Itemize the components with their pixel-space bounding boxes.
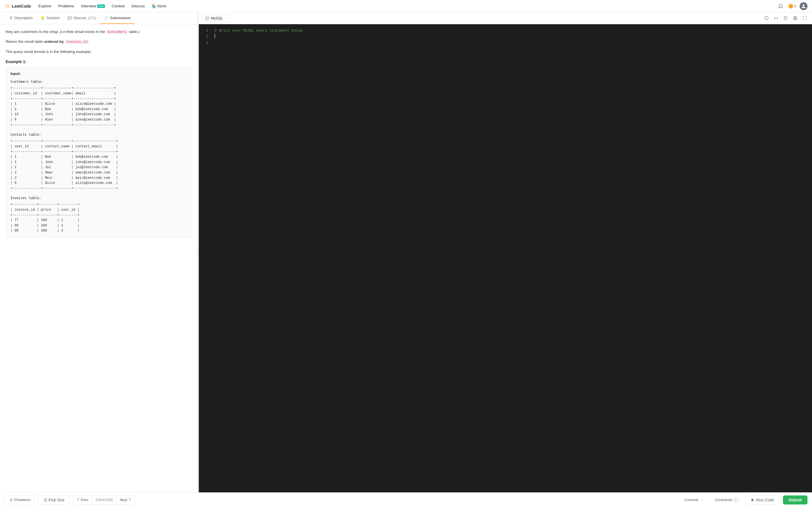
input-label: Input: bbox=[10, 71, 187, 77]
customers-table-section: Customers table: +--------------+-------… bbox=[10, 79, 187, 128]
contribute-info-icon: i bbox=[733, 498, 738, 502]
fullscreen-button[interactable] bbox=[801, 14, 809, 22]
chevron-left-icon bbox=[77, 498, 80, 501]
nav-link-problems[interactable]: Problems bbox=[55, 2, 77, 10]
description-panel: ☰ Description 💡 Solution 💬 Discuss (271)… bbox=[0, 12, 197, 492]
nav-link-discuss[interactable]: Discuss bbox=[129, 2, 147, 10]
submissions-tab-icon: 📄 bbox=[104, 16, 108, 20]
store-icon: 🏪 bbox=[152, 4, 156, 8]
customers-table-label: Customers table: bbox=[10, 79, 187, 84]
settings-button[interactable] bbox=[791, 14, 799, 22]
code-content: # Write your MySQL query statement below bbox=[211, 27, 812, 38]
svg-point-1 bbox=[206, 17, 209, 18]
code-editor[interactable]: 1 2 3 # Write your MySQL query statement… bbox=[199, 24, 812, 492]
console-button[interactable]: Console bbox=[680, 496, 708, 504]
tab-solution[interactable]: 💡 Solution bbox=[37, 12, 64, 24]
play-icon bbox=[751, 498, 755, 502]
logo[interactable]: LeetCode bbox=[4, 3, 31, 9]
top-nav: LeetCode Explore Problems Interview New … bbox=[0, 0, 812, 12]
reset-button[interactable] bbox=[781, 14, 790, 22]
editor-panel: MySQL bbox=[199, 12, 812, 492]
cursor-line bbox=[214, 34, 809, 38]
problem-counter: 1364/2430 bbox=[92, 498, 116, 502]
submit-button[interactable]: Submit bbox=[783, 496, 808, 504]
problem-navigation: Prev 1364/2430 Next bbox=[73, 495, 135, 505]
customers-table-data: +--------------+--------------+---------… bbox=[10, 86, 187, 128]
language-selector[interactable]: MySQL bbox=[202, 15, 231, 22]
tab-submissions[interactable]: 📄 Submissions bbox=[100, 12, 135, 24]
chevron-right-icon bbox=[128, 498, 132, 501]
contacts-table-data: +--------------+--------------+---------… bbox=[10, 138, 187, 191]
solution-tab-icon: 💡 bbox=[41, 16, 45, 20]
divider-dots bbox=[198, 250, 199, 255]
info-button[interactable] bbox=[762, 14, 770, 22]
tab-discuss[interactable]: 💬 Discuss (271) bbox=[64, 12, 100, 24]
svg-marker-12 bbox=[751, 498, 754, 501]
line-numbers: 1 2 3 bbox=[199, 27, 211, 46]
nav-link-interview[interactable]: Interview New bbox=[78, 2, 108, 10]
nav-link-explore[interactable]: Explore bbox=[36, 2, 54, 10]
code-format-button[interactable] bbox=[772, 14, 780, 22]
nav-links: Explore Problems Interview New Contest D… bbox=[36, 2, 169, 10]
svg-point-0 bbox=[4, 3, 10, 9]
console-chevron-icon bbox=[700, 498, 703, 502]
invoice-id-code: invoice_id bbox=[65, 40, 89, 44]
problems-button[interactable]: Problems bbox=[4, 495, 35, 504]
next-button[interactable]: Next bbox=[116, 496, 135, 504]
notifications-button[interactable] bbox=[776, 2, 785, 11]
logo-text: LeetCode bbox=[12, 4, 31, 8]
text-cursor bbox=[214, 34, 215, 38]
bottom-bar: Problems Pick One Prev 1364/2430 Next Co… bbox=[0, 492, 812, 507]
code-comment-line: # Write your MySQL query statement below bbox=[214, 27, 809, 34]
customers-code: Customers bbox=[106, 30, 128, 34]
pick-one-button[interactable]: Pick One bbox=[38, 495, 69, 505]
invoices-table-data: +------------+---------+---------+ | inv… bbox=[10, 202, 187, 233]
tab-description[interactable]: ☰ Description bbox=[6, 12, 37, 24]
coins-display: 0 bbox=[789, 4, 796, 8]
contacts-table-label: Contacts table: bbox=[10, 132, 187, 137]
main-content: ☰ Description 💡 Solution 💬 Discuss (271)… bbox=[0, 12, 812, 492]
example-box: Input: Customers table: +--------------+… bbox=[6, 67, 192, 238]
editor-header: MySQL bbox=[199, 12, 812, 24]
nav-link-contest[interactable]: Contest bbox=[109, 2, 128, 10]
nav-link-store[interactable]: 🏪 Store bbox=[149, 2, 169, 10]
database-icon bbox=[205, 16, 209, 20]
description-tab-icon: ☰ bbox=[10, 16, 13, 20]
invoices-table-label: Invoices table: bbox=[10, 195, 187, 201]
example-title: Example 1: bbox=[6, 59, 192, 64]
chevron-down-icon bbox=[225, 17, 228, 20]
discuss-tab-icon: 💬 bbox=[68, 16, 72, 20]
description-text: they are customers to the shop. (i.e the… bbox=[6, 29, 192, 55]
tab-bar: ☰ Description 💡 Solution 💬 Discuss (271)… bbox=[0, 12, 197, 24]
contribute-button[interactable]: Contribute i bbox=[711, 496, 742, 504]
contacts-table-section: Contacts table: +--------------+--------… bbox=[10, 132, 187, 191]
run-code-button[interactable]: Run Code bbox=[746, 495, 779, 505]
interview-badge: New bbox=[97, 4, 105, 8]
coin-icon bbox=[789, 4, 793, 8]
svg-point-3 bbox=[795, 18, 796, 19]
list-icon bbox=[9, 498, 13, 502]
invoices-table-section: Invoices table: +------------+---------+… bbox=[10, 195, 187, 233]
prev-button[interactable]: Prev bbox=[73, 496, 92, 504]
nav-right: 0 bbox=[776, 2, 808, 11]
shuffle-icon bbox=[43, 498, 47, 502]
user-avatar[interactable] bbox=[800, 2, 808, 10]
